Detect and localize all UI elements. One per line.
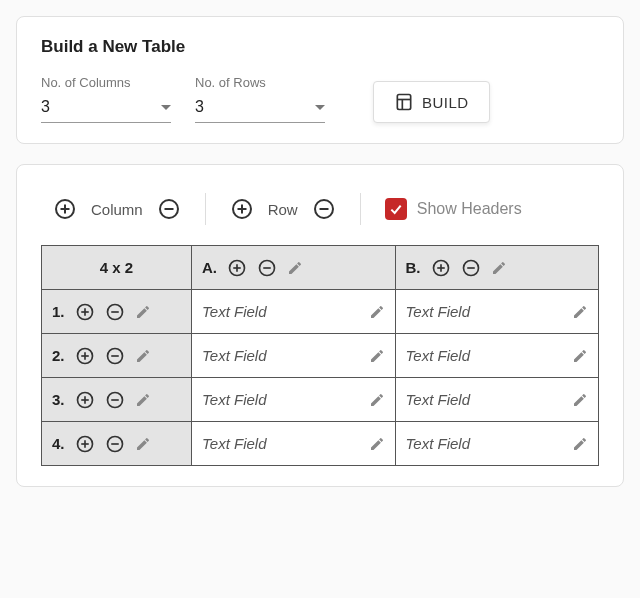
table-cell[interactable]: Text Field xyxy=(395,290,599,334)
data-table: 4 x 2 A. B. xyxy=(41,245,599,466)
column-group: Column xyxy=(53,197,181,221)
rows-field: No. of Rows 3 xyxy=(195,75,325,123)
pencil-icon xyxy=(369,348,385,364)
columns-field: No. of Columns 3 xyxy=(41,75,171,123)
row-add-button[interactable] xyxy=(75,302,95,322)
cell-text: Text Field xyxy=(202,435,266,452)
column-label: Column xyxy=(91,201,143,218)
chevron-down-icon xyxy=(315,105,325,110)
cell-edit-button[interactable] xyxy=(572,436,588,452)
row-remove-button[interactable] xyxy=(105,346,125,366)
row-label: 1. xyxy=(52,303,65,320)
divider xyxy=(360,193,361,225)
pencil-icon xyxy=(135,348,151,364)
show-headers-checkbox[interactable] xyxy=(385,198,407,220)
row-edit-button[interactable] xyxy=(135,304,151,320)
row-label: 4. xyxy=(52,435,65,452)
cell-edit-button[interactable] xyxy=(369,348,385,364)
cell-text: Text Field xyxy=(202,391,266,408)
table-toolbar: Column Row Show Headers xyxy=(41,185,599,245)
col-a-add-button[interactable] xyxy=(227,258,247,278)
table-cell[interactable]: Text Field xyxy=(395,378,599,422)
row-edit-button[interactable] xyxy=(135,392,151,408)
cell-edit-button[interactable] xyxy=(369,304,385,320)
build-card: Build a New Table No. of Columns 3 No. o… xyxy=(16,16,624,144)
pencil-icon xyxy=(572,392,588,408)
table-cell[interactable]: Text Field xyxy=(192,378,396,422)
pencil-icon xyxy=(572,304,588,320)
columns-select[interactable]: 3 xyxy=(41,94,171,123)
table-row: 3.Text FieldText Field xyxy=(42,378,599,422)
row-remove-button[interactable] xyxy=(105,302,125,322)
pencil-icon xyxy=(491,260,507,276)
table-cell[interactable]: Text Field xyxy=(192,290,396,334)
row-label: 3. xyxy=(52,391,65,408)
cell-edit-button[interactable] xyxy=(572,304,588,320)
col-b-remove-button[interactable] xyxy=(461,258,481,278)
plus-circle-icon xyxy=(75,302,95,322)
cell-text: Text Field xyxy=(406,347,470,364)
table-cell[interactable]: Text Field xyxy=(395,422,599,466)
row-edit-button[interactable] xyxy=(135,348,151,364)
minus-circle-icon xyxy=(105,346,125,366)
divider xyxy=(205,193,206,225)
pencil-icon xyxy=(369,304,385,320)
plus-circle-icon xyxy=(75,390,95,410)
table-icon xyxy=(394,92,414,112)
col-header-a: A. xyxy=(192,246,396,290)
table-editor-card: Column Row Show Headers xyxy=(16,164,624,487)
build-button-label: BUILD xyxy=(422,94,469,111)
minus-circle-icon xyxy=(461,258,481,278)
remove-column-button[interactable] xyxy=(157,197,181,221)
cell-edit-button[interactable] xyxy=(369,436,385,452)
cell-edit-button[interactable] xyxy=(572,392,588,408)
row-header: 1. xyxy=(42,290,192,334)
rows-value: 3 xyxy=(195,98,204,116)
minus-circle-icon xyxy=(105,434,125,454)
plus-circle-icon xyxy=(75,434,95,454)
row-header: 4. xyxy=(42,422,192,466)
cell-text: Text Field xyxy=(406,391,470,408)
show-headers-wrap: Show Headers xyxy=(385,198,522,220)
row-add-button[interactable] xyxy=(75,346,95,366)
pencil-icon xyxy=(287,260,303,276)
col-a-remove-button[interactable] xyxy=(257,258,277,278)
cell-text: Text Field xyxy=(406,435,470,452)
build-button[interactable]: BUILD xyxy=(373,81,490,123)
corner-label: 4 x 2 xyxy=(52,259,181,276)
row-remove-button[interactable] xyxy=(105,390,125,410)
col-b-add-button[interactable] xyxy=(431,258,451,278)
row-label: Row xyxy=(268,201,298,218)
plus-circle-icon xyxy=(431,258,451,278)
add-row-button[interactable] xyxy=(230,197,254,221)
columns-value: 3 xyxy=(41,98,50,116)
table-row: 2.Text FieldText Field xyxy=(42,334,599,378)
cell-text: Text Field xyxy=(202,303,266,320)
cell-text: Text Field xyxy=(202,347,266,364)
row-add-button[interactable] xyxy=(75,434,95,454)
table-row: 1.Text FieldText Field xyxy=(42,290,599,334)
row-edit-button[interactable] xyxy=(135,436,151,452)
pencil-icon xyxy=(572,436,588,452)
row-add-button[interactable] xyxy=(75,390,95,410)
rows-select[interactable]: 3 xyxy=(195,94,325,123)
check-icon xyxy=(388,201,404,217)
col-b-edit-button[interactable] xyxy=(491,260,507,276)
col-a-edit-button[interactable] xyxy=(287,260,303,276)
pencil-icon xyxy=(369,436,385,452)
remove-row-button[interactable] xyxy=(312,197,336,221)
minus-circle-icon xyxy=(312,197,336,221)
cell-edit-button[interactable] xyxy=(369,392,385,408)
pencil-icon xyxy=(135,392,151,408)
pencil-icon xyxy=(369,392,385,408)
table-cell[interactable]: Text Field xyxy=(395,334,599,378)
table-cell[interactable]: Text Field xyxy=(192,334,396,378)
add-column-button[interactable] xyxy=(53,197,77,221)
cell-edit-button[interactable] xyxy=(572,348,588,364)
minus-circle-icon xyxy=(105,390,125,410)
table-cell[interactable]: Text Field xyxy=(192,422,396,466)
row-remove-button[interactable] xyxy=(105,434,125,454)
col-header-b: B. xyxy=(395,246,599,290)
row-header: 3. xyxy=(42,378,192,422)
columns-label: No. of Columns xyxy=(41,75,171,90)
